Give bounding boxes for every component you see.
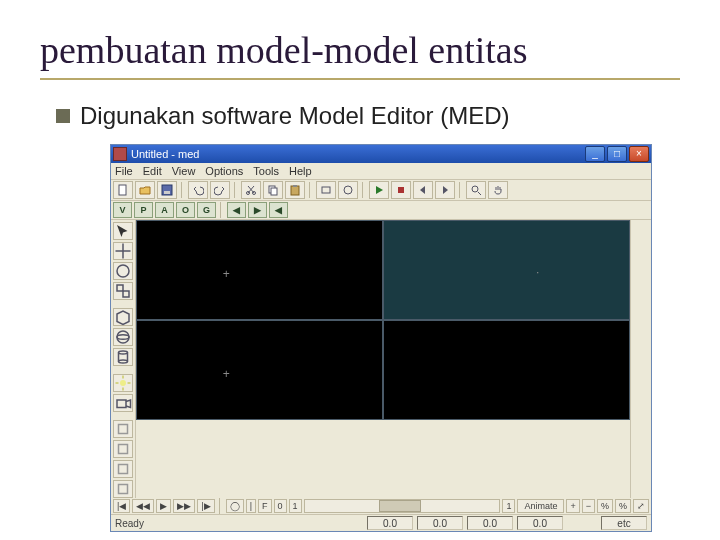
mode-P-button[interactable]: P — [134, 202, 153, 218]
timeline-◀◀-button[interactable]: ◀◀ — [132, 499, 154, 513]
zoom-button[interactable] — [466, 181, 486, 199]
view-−-button[interactable]: − — [582, 499, 595, 513]
menu-help[interactable]: Help — [289, 165, 312, 177]
rect-button[interactable] — [316, 181, 336, 199]
toolbar-separator — [309, 182, 312, 198]
tool-rot-button[interactable] — [113, 262, 133, 280]
viewport-area[interactable]: + · + — [136, 220, 630, 420]
timeline-bar: |◀◀◀▶▶▶|▶◯|F011Animate+−%%⤢ — [111, 498, 651, 515]
circle-button[interactable] — [338, 181, 358, 199]
svg-rect-14 — [117, 285, 123, 291]
svg-rect-2 — [164, 191, 170, 194]
stop-button[interactable] — [391, 181, 411, 199]
view-%-button[interactable]: % — [615, 499, 631, 513]
coord-y: 0.0 — [417, 516, 463, 530]
svg-rect-23 — [119, 445, 128, 454]
mode-◀-button[interactable]: ◀ — [269, 202, 288, 218]
close-button[interactable]: × — [629, 146, 649, 162]
scrollbar-thumb[interactable] — [379, 500, 421, 512]
new-button[interactable] — [113, 181, 133, 199]
view-⤢-button[interactable]: ⤢ — [633, 499, 649, 513]
title-underline — [40, 78, 680, 80]
menu-view[interactable]: View — [172, 165, 196, 177]
mode-A-button[interactable]: A — [155, 202, 174, 218]
menubar: FileEditViewOptionsToolsHelp — [111, 163, 651, 180]
timeline-◯-button[interactable]: ◯ — [226, 499, 244, 513]
svg-point-20 — [120, 380, 126, 386]
svg-point-12 — [472, 186, 478, 192]
mode-O-button[interactable]: O — [176, 202, 195, 218]
cut-button[interactable] — [241, 181, 261, 199]
tool-box-button[interactable] — [113, 308, 133, 326]
animate-button[interactable]: Animate — [517, 499, 564, 513]
viewport-front[interactable]: + — [136, 320, 383, 420]
viewport-side[interactable] — [383, 320, 630, 420]
timeline-|◀-button[interactable]: |◀ — [113, 499, 130, 513]
mode-▶-button[interactable]: ▶ — [248, 202, 267, 218]
status-label: Ready — [115, 518, 144, 529]
med-app-window: Untitled - med _ □ × FileEditViewOptions… — [110, 144, 652, 532]
timeline-|-button[interactable]: | — [246, 499, 256, 513]
timeline-|▶-button[interactable]: |▶ — [197, 499, 214, 513]
copy-button[interactable] — [263, 181, 283, 199]
view-+-button[interactable]: + — [566, 499, 579, 513]
timeline-0-button[interactable]: 0 — [274, 499, 287, 513]
tool-sph-button[interactable] — [113, 328, 133, 346]
left-palette — [111, 220, 136, 498]
titlebar[interactable]: Untitled - med _ □ × — [111, 145, 651, 163]
paste-button[interactable] — [285, 181, 305, 199]
timeline-▶-button[interactable]: ▶ — [156, 499, 171, 513]
timeline-1-button[interactable]: 1 — [289, 499, 302, 513]
hand-button[interactable] — [488, 181, 508, 199]
menu-options[interactable]: Options — [205, 165, 243, 177]
status-right: etc — [601, 516, 647, 530]
tool-lt-button[interactable] — [113, 374, 133, 392]
svg-point-16 — [117, 331, 129, 343]
tool-a-button[interactable] — [113, 440, 133, 458]
tool-fx-button[interactable] — [113, 420, 133, 438]
toolbar-separator — [459, 182, 462, 198]
svg-rect-7 — [291, 186, 299, 195]
view-%-button[interactable]: % — [597, 499, 613, 513]
maximize-button[interactable]: □ — [607, 146, 627, 162]
mode-V-button[interactable]: V — [113, 202, 132, 218]
prev-button[interactable] — [413, 181, 433, 199]
minimize-button[interactable]: _ — [585, 146, 605, 162]
next-button[interactable] — [435, 181, 455, 199]
frame-field[interactable]: 1 — [502, 499, 515, 513]
svg-rect-11 — [398, 187, 404, 193]
timeline-▶▶-button[interactable]: ▶▶ — [173, 499, 195, 513]
main-toolbar — [111, 180, 651, 201]
mode-◀-button[interactable]: ◀ — [227, 202, 246, 218]
save-button[interactable] — [157, 181, 177, 199]
tool-b-button[interactable] — [113, 460, 133, 478]
menu-file[interactable]: File — [115, 165, 133, 177]
viewport-top[interactable]: + — [136, 220, 383, 320]
viewport-perspective[interactable]: · — [383, 220, 630, 320]
svg-point-17 — [117, 335, 129, 340]
tool-cam-button[interactable] — [113, 394, 133, 412]
tool-c-button[interactable] — [113, 480, 133, 498]
play-button[interactable] — [369, 181, 389, 199]
open-button[interactable] — [135, 181, 155, 199]
tool-cyl-button[interactable] — [113, 348, 133, 366]
menu-tools[interactable]: Tools — [253, 165, 279, 177]
status-bar: Ready 0.0 0.0 0.0 0.0 etc — [111, 515, 651, 531]
timeline-scrollbar[interactable] — [304, 499, 501, 513]
right-scrollbar[interactable] — [630, 220, 651, 498]
svg-point-19 — [119, 360, 128, 363]
redo-button[interactable] — [210, 181, 230, 199]
svg-point-10 — [344, 186, 352, 194]
mode-G-button[interactable]: G — [197, 202, 216, 218]
tool-mv-button[interactable] — [113, 242, 133, 260]
undo-button[interactable] — [188, 181, 208, 199]
cursor-cross-icon: + — [223, 268, 230, 280]
svg-rect-22 — [119, 425, 128, 434]
timeline-F-button[interactable]: F — [258, 499, 272, 513]
tool-sel-button[interactable] — [113, 222, 133, 240]
tool-scl-button[interactable] — [113, 282, 133, 300]
svg-rect-15 — [123, 291, 129, 297]
svg-point-18 — [119, 351, 128, 354]
svg-rect-25 — [119, 485, 128, 494]
menu-edit[interactable]: Edit — [143, 165, 162, 177]
